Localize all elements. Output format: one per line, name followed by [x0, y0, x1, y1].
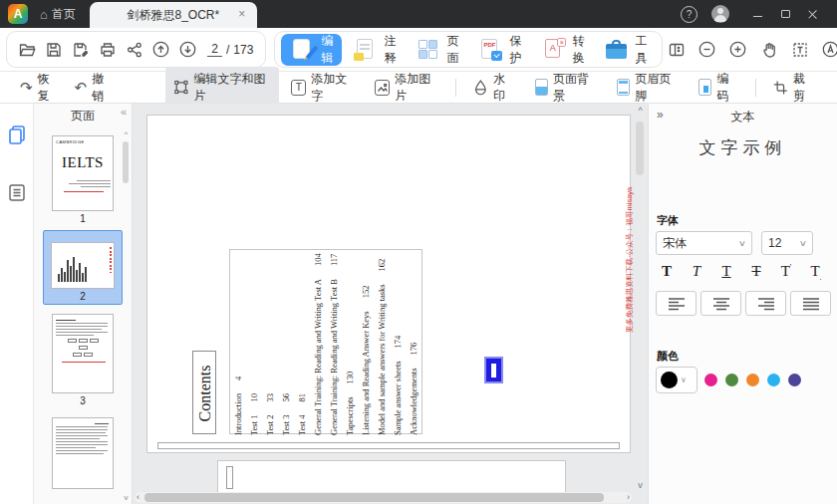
page-down-button[interactable]: [174, 36, 201, 63]
align-left-button[interactable]: [656, 291, 697, 316]
contents-title: Contents: [193, 352, 217, 435]
thumbnail-number: 3: [52, 393, 114, 408]
page-thumbnail-2[interactable]: [51, 242, 115, 289]
bold-button[interactable]: T: [656, 263, 678, 280]
hand-tool-icon[interactable]: [755, 36, 782, 63]
undo-button[interactable]: ↶ 撤销: [67, 68, 122, 108]
color-swatches: [704, 367, 801, 393]
page-thumbnail-2-selected[interactable]: 2: [43, 230, 123, 305]
header-footer-button[interactable]: 页眉页脚: [609, 67, 687, 109]
add-image-button[interactable]: 添加图片: [367, 67, 446, 109]
edit-text-image-button[interactable]: 编辑文字和图片: [165, 67, 279, 109]
pdf-page-2[interactable]: Contents Introduction4Test 110Test 233Te…: [146, 115, 631, 453]
strikethrough-button[interactable]: T: [745, 263, 767, 280]
align-center-button[interactable]: [700, 291, 741, 316]
crop-button[interactable]: 裁剪: [765, 67, 823, 109]
toolbox-icon: [604, 38, 629, 61]
contents-title-textbox[interactable]: Contents: [192, 351, 216, 434]
underline-button[interactable]: T: [715, 263, 737, 280]
text-select-tool-icon[interactable]: [786, 36, 813, 63]
outline-panel-icon[interactable]: [6, 181, 28, 207]
scroll-up-icon[interactable]: ^: [122, 129, 131, 138]
horizontal-scrollbar[interactable]: ‹ ›: [135, 492, 632, 503]
thumbnail-number: 1: [52, 211, 114, 226]
ribbon-tab-tools[interactable]: 工具: [595, 34, 656, 66]
page-background-button[interactable]: 页面背景: [527, 67, 605, 109]
window-controls: [743, 2, 827, 26]
toc-textblock[interactable]: Introduction4Test 110Test 233Test 356Tes…: [229, 249, 422, 434]
scroll-right-icon[interactable]: ›: [627, 492, 630, 503]
thumbnails-panel-icon[interactable]: [6, 124, 28, 149]
document-tab-label: 剑桥雅思8_OCR*: [128, 7, 220, 24]
zoom-out-button[interactable]: [694, 36, 720, 63]
scroll-down-icon[interactable]: v: [122, 493, 131, 502]
vertical-scroll-thumb[interactable]: [636, 122, 644, 175]
color-swatch[interactable]: [746, 374, 759, 386]
collapse-panel-icon[interactable]: «: [121, 106, 127, 118]
page-up-button[interactable]: [147, 36, 174, 63]
color-swatch[interactable]: [704, 374, 717, 386]
document-tab[interactable]: 剑桥雅思8_OCR* ×: [90, 2, 257, 28]
convert-icon: A×: [541, 38, 566, 61]
ribbon-tab-convert[interactable]: A× 转换: [532, 34, 593, 66]
minimize-button[interactable]: [743, 2, 771, 26]
scroll-down-icon[interactable]: v: [634, 480, 647, 490]
scroll-left-icon[interactable]: ‹: [137, 492, 140, 503]
redo-button[interactable]: ↷ 恢复: [12, 68, 67, 108]
avatar[interactable]: [711, 5, 729, 23]
close-window-button[interactable]: [799, 2, 827, 26]
font-family-select[interactable]: 宋体 ∨: [656, 231, 752, 255]
vertical-scrollbar[interactable]: ^ v: [634, 106, 647, 490]
subscript-button[interactable]: T.: [805, 263, 827, 282]
tool-label: 添加文字: [311, 71, 355, 105]
align-right-button[interactable]: [745, 291, 786, 316]
pdf-page-3-partial[interactable]: [217, 460, 566, 492]
main-toolbar: 2 / 173 编辑 注释 页面 PDF 保护 A×: [0, 28, 837, 72]
add-text-button[interactable]: T 添加文字: [283, 67, 363, 109]
font-size-select[interactable]: 12 ∨: [761, 231, 813, 255]
panel-toggle-icon[interactable]: [663, 36, 690, 63]
italic-button[interactable]: T: [686, 263, 707, 280]
save-as-button[interactable]: [67, 36, 94, 63]
help-button[interactable]: ?: [681, 6, 698, 23]
ribbon-tab-edit[interactable]: 编辑: [281, 34, 342, 66]
watermark-button[interactable]: 水印: [465, 67, 523, 109]
current-color-swatch: [661, 372, 678, 388]
save-button[interactable]: [40, 36, 67, 63]
color-swatch[interactable]: [788, 374, 801, 386]
ribbon-tab-comment[interactable]: 注释: [344, 34, 405, 66]
ribbon-tab-page[interactable]: 页面: [407, 34, 467, 66]
page-thumbnail-4[interactable]: [52, 417, 114, 489]
pages-grid-icon: [416, 38, 440, 61]
close-tab-icon[interactable]: ×: [235, 7, 249, 21]
page-thumbnail-3[interactable]: [52, 314, 114, 393]
superscript-button[interactable]: T': [775, 263, 797, 280]
thumbnail-scrollbar[interactable]: ^ v: [122, 129, 131, 502]
app-logo-icon[interactable]: A: [8, 4, 28, 24]
color-swatch[interactable]: [767, 374, 780, 386]
document-canvas[interactable]: Contents Introduction4Test 110Test 233Te…: [133, 104, 648, 504]
page-thumbnail-1[interactable]: CAMBRIDGE IELTS: [52, 135, 114, 211]
align-justify-button[interactable]: [790, 291, 831, 316]
share-icon[interactable]: [121, 36, 147, 63]
thumbnails-panel: 页面 « CAMBRIDGE IELTS 1: [34, 104, 133, 504]
ribbon-tab-label: 保护: [509, 33, 521, 67]
scroll-up-icon[interactable]: ^: [634, 106, 647, 116]
selected-text-object[interactable]: [484, 357, 503, 383]
zoom-in-button[interactable]: [724, 36, 751, 63]
horizontal-scroll-thumb[interactable]: [144, 493, 604, 502]
bates-numbering-button[interactable]: 编码: [691, 67, 746, 109]
current-page-input[interactable]: 2: [207, 42, 222, 57]
empty-text-frame[interactable]: [157, 442, 620, 449]
print-button[interactable]: [94, 36, 121, 63]
color-swatch[interactable]: [725, 374, 738, 386]
read-aloud-icon[interactable]: [817, 36, 837, 63]
color-picker[interactable]: ∨: [656, 367, 698, 393]
ribbon-tab-protect[interactable]: PDF 保护: [469, 34, 530, 66]
view-tools-group: [663, 36, 837, 63]
maximize-button[interactable]: [771, 2, 799, 26]
tool-label: 页面背景: [553, 71, 597, 105]
home-tab[interactable]: ⌂ 首页: [36, 6, 90, 23]
open-file-button[interactable]: [13, 36, 40, 63]
ribbon-tab-label: 页面: [446, 33, 458, 67]
